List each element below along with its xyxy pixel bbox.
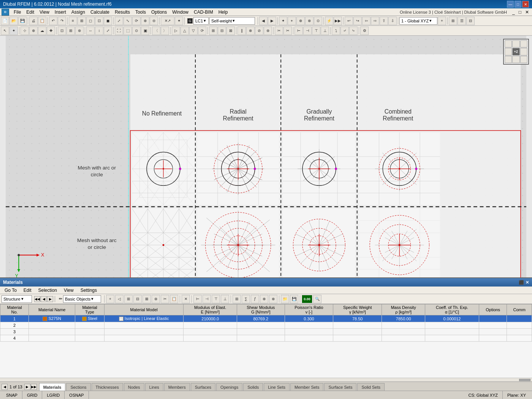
pt-btn-20[interactable]: 💾: [290, 295, 298, 303]
tb2-36[interactable]: ⤵: [332, 27, 340, 35]
cell-alpha[interactable]: [425, 329, 479, 335]
cell-v[interactable]: 0.300: [285, 315, 333, 322]
tb2-17[interactable]: 〈: [152, 27, 160, 35]
menu-options[interactable]: Options: [149, 9, 169, 15]
panel-menu-view[interactable]: View: [61, 287, 77, 293]
pt-btn-07[interactable]: ✂: [161, 295, 169, 303]
cell-alpha[interactable]: [425, 322, 479, 329]
tb2-39[interactable]: ⚙: [360, 27, 369, 35]
menu-tools[interactable]: Tools: [133, 9, 148, 15]
cell-rho[interactable]: 7850.00: [382, 315, 425, 322]
tb-prev-lc[interactable]: ◀: [259, 17, 268, 25]
tb-12[interactable]: ✦: [175, 17, 183, 25]
cell-v[interactable]: [285, 322, 333, 329]
cell-comment[interactable]: [507, 322, 532, 329]
tb2-10[interactable]: ↔: [86, 27, 95, 35]
tb-04[interactable]: ⊡: [95, 17, 103, 25]
cell-E[interactable]: [184, 329, 237, 335]
cell-options[interactable]: [479, 315, 507, 322]
cell-gamma[interactable]: [333, 329, 382, 335]
cell-name[interactable]: [29, 335, 75, 342]
tb-snap4[interactable]: ⊗: [305, 17, 314, 25]
tab-thicknesses[interactable]: Thicknesses: [92, 383, 123, 391]
view-cell-tc[interactable]: [512, 40, 519, 48]
cell-G[interactable]: [237, 329, 285, 335]
basic-objects-dropdown[interactable]: Basic Objects ▾: [63, 295, 101, 303]
cell-G[interactable]: [237, 322, 285, 329]
cell-no[interactable]: 4: [0, 335, 29, 342]
tab-lines[interactable]: Lines: [145, 383, 163, 391]
table-row[interactable]: 3: [0, 329, 532, 335]
tabs-nav-prev[interactable]: ◀: [2, 384, 8, 390]
tb2-27[interactable]: ⊗: [246, 27, 255, 35]
cell-E[interactable]: 210000.0: [184, 315, 237, 322]
tb2-23[interactable]: ⊞: [209, 27, 217, 35]
menu-edit[interactable]: Edit: [24, 9, 36, 15]
maximize-button[interactable]: □: [515, 1, 521, 8]
tab-surface-sets[interactable]: Surface Sets: [324, 383, 356, 391]
cell-model[interactable]: ▹Isotropic | Linear Elastic: [104, 315, 184, 322]
minimize-button[interactable]: —: [507, 1, 514, 8]
tb-snap1[interactable]: ✦: [279, 17, 287, 25]
tb-05[interactable]: ◼: [104, 17, 112, 25]
panel-menu-edit[interactable]: Edit: [21, 287, 35, 293]
tab-surfaces[interactable]: Surfaces: [191, 383, 215, 391]
pt-btn-18[interactable]: ⊗: [269, 295, 277, 303]
tb-r2[interactable]: ↪: [353, 17, 362, 25]
tb2-24[interactable]: ⊟: [218, 27, 226, 35]
pt-btn-15[interactable]: ∑: [242, 295, 250, 303]
view-cell-br[interactable]: [520, 56, 527, 63]
tb2-05[interactable]: ☁: [38, 27, 46, 35]
tb-09[interactable]: ⊕: [141, 17, 149, 25]
tb-02[interactable]: ⊞: [78, 17, 86, 25]
tb-r6[interactable]: ⇩: [388, 17, 397, 25]
pt-btn-17[interactable]: ⊕: [260, 295, 268, 303]
cell-comment[interactable]: [507, 329, 532, 335]
cell-type[interactable]: [75, 322, 104, 329]
cell-name[interactable]: [29, 322, 75, 329]
view-cell-tr[interactable]: [520, 40, 527, 48]
tb2-26[interactable]: ∥: [238, 27, 246, 35]
tab-solids[interactable]: Solids: [243, 383, 263, 391]
view-dropdown[interactable]: 1 - Global XYZ ▾: [399, 17, 437, 25]
cell-type[interactable]: [75, 335, 104, 342]
menu-calculate[interactable]: Calculate: [88, 9, 112, 15]
close-button[interactable]: ✕: [522, 1, 529, 8]
tb2-34[interactable]: ⊤: [312, 27, 320, 35]
table-row[interactable]: 2: [0, 322, 532, 329]
tb2-04[interactable]: ⊕: [29, 27, 38, 35]
cell-rho[interactable]: [382, 322, 425, 329]
print-preview-btn[interactable]: 📋: [38, 17, 46, 25]
tab-solid-sets[interactable]: Solid Sets: [357, 383, 385, 391]
pt-btn-19[interactable]: 📁: [281, 295, 289, 303]
tb-calc2[interactable]: ▶▶: [334, 17, 342, 25]
cell-v[interactable]: [285, 335, 333, 342]
view-cell-bl[interactable]: [505, 56, 512, 63]
pt-btn-08[interactable]: 📋: [170, 295, 178, 303]
cell-options[interactable]: [479, 335, 507, 342]
tb2-01[interactable]: ↖: [1, 27, 9, 35]
tb2-32[interactable]: ⊢: [294, 27, 303, 35]
tb-next-lc[interactable]: ▶: [268, 17, 276, 25]
cell-type[interactable]: [75, 329, 104, 335]
status-osnap[interactable]: OSNAP: [65, 391, 89, 399]
tb2-13[interactable]: ⛶: [115, 27, 123, 35]
license-close-btn[interactable]: ✕: [524, 10, 530, 15]
cell-name[interactable]: S275N: [29, 315, 75, 322]
cell-gamma[interactable]: [333, 335, 382, 342]
tb-r1[interactable]: ↩: [345, 17, 353, 25]
pt-btn-06[interactable]: ⊛: [152, 295, 160, 303]
horizontal-scroll[interactable]: [0, 378, 532, 382]
tb-r3[interactable]: ⇦: [362, 17, 370, 25]
tb-snap3[interactable]: ⊕: [296, 17, 305, 25]
menu-help[interactable]: Help: [216, 9, 230, 15]
view-cell-tl[interactable]: [505, 40, 512, 48]
tb2-16[interactable]: ▣: [141, 27, 149, 35]
tb2-07[interactable]: ⊡: [58, 27, 66, 35]
tb-r4[interactable]: ⇨: [371, 17, 379, 25]
pt-btn-02[interactable]: ◁: [115, 295, 124, 303]
tab-sections[interactable]: Sections: [66, 383, 90, 391]
license-min-btn[interactable]: _: [511, 10, 516, 15]
nav-next-btn[interactable]: ▶: [47, 296, 53, 302]
pt-btn-21[interactable]: 0.00: [302, 295, 312, 303]
